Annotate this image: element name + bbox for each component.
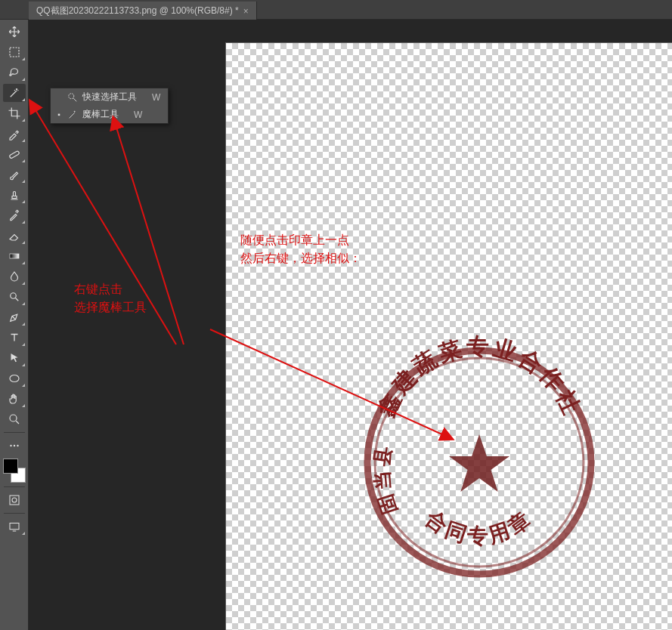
history-brush-icon	[8, 208, 21, 222]
annotation-left-line2: 选择魔棒工具	[74, 298, 147, 317]
magic-wand-icon	[8, 86, 21, 100]
type-icon	[8, 331, 21, 344]
edit-toolbar-button[interactable]	[3, 437, 26, 455]
droplet-icon	[8, 270, 21, 283]
screenmode-icon	[8, 520, 21, 533]
svg-text:合同专用章: 合同专用章	[421, 505, 537, 548]
magic-wand-tool[interactable]	[3, 84, 26, 102]
flyout-item-magic-wand[interactable]: ▪ 魔棒工具 W	[51, 106, 168, 123]
quickmask-icon	[8, 493, 21, 507]
eyedropper-icon	[8, 127, 21, 141]
svg-point-12	[367, 351, 591, 574]
svg-rect-1	[9, 150, 20, 159]
flyout-item-label: 魔棒工具	[82, 108, 119, 121]
svg-rect-0	[10, 48, 19, 57]
ellipse-icon	[8, 372, 21, 385]
eyedropper-tool[interactable]	[3, 125, 26, 143]
brush-tool[interactable]	[3, 165, 26, 184]
stamp-icon	[8, 188, 21, 202]
marquee-icon	[8, 45, 21, 59]
hand-tool[interactable]	[3, 390, 26, 408]
annotation-left: 右键点击 选择魔棒工具	[74, 280, 147, 317]
svg-rect-2	[10, 254, 19, 258]
lasso-icon	[8, 66, 21, 79]
gradient-tool[interactable]	[3, 247, 26, 265]
zoom-icon	[8, 412, 21, 426]
color-swatches[interactable]	[3, 459, 26, 483]
svg-text:鑫建蔬菜专业合作社: 鑫建蔬菜专业合作社	[373, 334, 585, 421]
svg-point-10	[12, 498, 17, 502]
svg-rect-9	[10, 496, 19, 505]
path-select-tool[interactable]	[3, 349, 26, 367]
svg-point-4	[10, 375, 19, 382]
tool-flyout: 快速选择工具 W ▪ 魔棒工具 W	[50, 88, 169, 124]
document-tab-bar: QQ截图20230222113733.png @ 100%(RGB/8#) * …	[0, 0, 672, 20]
annotation-left-line1: 右键点击	[74, 280, 147, 298]
svg-point-18	[69, 93, 74, 98]
flyout-item-label: 快速选择工具	[82, 91, 137, 103]
flyout-item-shortcut: W	[134, 110, 142, 120]
svg-line-19	[30, 101, 176, 344]
seal-side-text: 固当县	[370, 442, 401, 517]
history-brush-tool[interactable]	[3, 206, 26, 224]
flyout-item-quick-select[interactable]: 快速选择工具 W	[51, 88, 168, 106]
gradient-icon	[8, 249, 21, 263]
svg-line-20	[113, 118, 184, 344]
seal-stamp: 鑫建蔬菜专业合作社 合同专用章 固当县	[362, 345, 596, 579]
flyout-checkmark: ▪	[55, 110, 63, 119]
svg-point-3	[10, 293, 16, 299]
close-icon[interactable]: ×	[243, 6, 249, 17]
seal-top-text: 鑫建蔬菜专业合作社	[373, 334, 585, 421]
svg-point-13	[375, 358, 584, 567]
marquee-tool[interactable]	[3, 43, 26, 61]
lasso-tool[interactable]	[3, 63, 26, 82]
hand-icon	[8, 392, 21, 406]
zoom-tool[interactable]	[3, 410, 26, 428]
shape-tool[interactable]	[3, 369, 26, 388]
dodge-icon	[8, 290, 21, 304]
pen-icon	[8, 310, 21, 324]
pen-tool[interactable]	[3, 308, 26, 326]
artboard[interactable]: 鑫建蔬菜专业合作社 合同专用章 固当县	[225, 42, 672, 630]
svg-point-6	[10, 445, 11, 446]
screenmode-button[interactable]	[3, 517, 26, 536]
type-tool[interactable]	[3, 329, 26, 347]
document-tab[interactable]: QQ截图20230222113733.png @ 100%(RGB/8#) * …	[29, 2, 257, 21]
flyout-item-shortcut: W	[152, 92, 160, 103]
crop-tool[interactable]	[3, 104, 26, 122]
dots-icon	[8, 439, 21, 452]
eraser-icon	[8, 229, 21, 242]
blur-tool[interactable]	[3, 267, 26, 286]
move-tool[interactable]	[3, 23, 26, 41]
svg-point-7	[13, 445, 14, 446]
quickmask-button[interactable]	[3, 491, 26, 509]
arrow-icon	[8, 351, 21, 365]
foreground-color-swatch[interactable]	[3, 459, 18, 474]
seal-bottom-text: 合同专用章	[421, 505, 537, 548]
brush-icon	[8, 168, 21, 181]
spot-heal-tool[interactable]	[3, 145, 26, 163]
bandage-icon	[8, 147, 21, 161]
toolbox	[0, 20, 29, 630]
svg-marker-17	[449, 434, 509, 492]
svg-point-8	[17, 445, 18, 446]
eraser-tool[interactable]	[3, 227, 26, 245]
quick-select-icon	[67, 92, 78, 103]
magic-wand-icon	[67, 110, 78, 120]
document-tab-title: QQ截图20230222113733.png @ 100%(RGB/8#) *	[36, 5, 239, 17]
dodge-tool[interactable]	[3, 288, 26, 306]
svg-point-5	[10, 415, 17, 422]
canvas-area[interactable]: 鑫建蔬菜专业合作社 合同专用章 固当县 快速选择工具 W ▪ 魔	[29, 20, 672, 630]
svg-text:固当县: 固当县	[370, 442, 401, 517]
move-icon	[8, 25, 21, 39]
stamp-tool[interactable]	[3, 186, 26, 204]
svg-rect-11	[10, 523, 19, 530]
crop-icon	[8, 107, 21, 120]
